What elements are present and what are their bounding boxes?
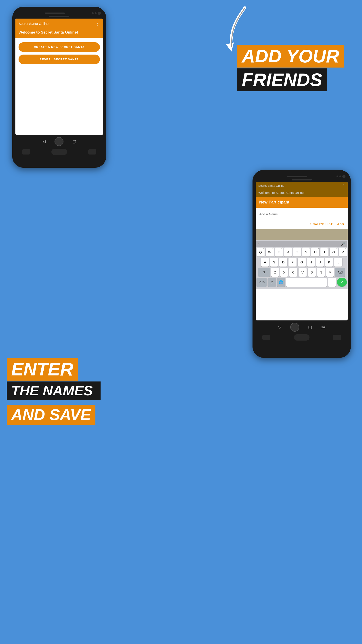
key-Z[interactable]: Z — [271, 268, 279, 276]
add-your-friends-callout: ADD YOUR FRIENDS — [237, 45, 349, 91]
key-Q[interactable]: Q1 — [257, 248, 265, 256]
add-your-block: ADD YOUR — [237, 45, 344, 68]
keyboard-toolbar: › 🎤 — [256, 241, 347, 247]
home-button[interactable] — [54, 137, 63, 146]
key-num-switch[interactable]: ?123 — [257, 278, 267, 287]
keyboard-row-2: A S D F G H J K L — [257, 258, 347, 266]
key-P[interactable]: P0 — [339, 248, 347, 256]
key-S[interactable]: S — [270, 258, 278, 266]
key-G[interactable]: G — [298, 258, 306, 266]
hw-btn-left — [22, 149, 30, 154]
keyboard-row-4: ?123 ☺ 🌐 . ✓ — [257, 278, 347, 287]
keyboard-chevron-icon[interactable]: › — [258, 242, 259, 246]
keyboard-row-1: Q1 W2 E3 R4 T5 Y6 U7 I8 O9 P0 — [257, 248, 347, 256]
reveal-secret-santa-button[interactable]: REVEAL SECRET SANTA — [18, 54, 100, 64]
phone2-keyboard-icon[interactable]: ⌨ — [321, 325, 325, 329]
add-name-input[interactable] — [259, 211, 344, 217]
enter-text: ENTER — [11, 359, 73, 379]
create-secret-santa-button[interactable]: CREATE A NEW SECRET SANTA — [18, 42, 100, 52]
phone1-app-title: Secret Santa Online — [18, 22, 48, 26]
phone2-hw-btn-right — [333, 335, 341, 340]
key-O[interactable]: O9 — [330, 248, 338, 256]
key-N[interactable]: N — [317, 268, 325, 276]
key-space[interactable] — [286, 278, 327, 287]
phone2-back-icon[interactable]: ▽ — [278, 325, 281, 330]
phone1-content: CREATE A NEW SECRET SANTA REVEAL SECRET … — [15, 38, 103, 71]
key-E[interactable]: E3 — [275, 248, 283, 256]
dialog-header: New Participant — [256, 197, 348, 208]
key-Y[interactable]: Y6 — [302, 248, 310, 256]
key-delete[interactable]: ⌫ — [335, 268, 345, 276]
hw-btn-right — [88, 149, 96, 154]
key-globe[interactable]: 🌐 — [277, 278, 285, 287]
key-I[interactable]: I8 — [321, 248, 329, 256]
keyboard-rows: Q1 W2 E3 R4 T5 Y6 U7 I8 O9 P0 A S — [256, 247, 347, 288]
phone2-bottom-nav: ▽ ▢ ⌨ — [256, 320, 348, 332]
friends-text: FRIENDS — [242, 70, 322, 90]
key-V[interactable]: V — [299, 268, 307, 276]
keyboard-row-3: ⇧ Z X C V B N M ⌫ — [257, 268, 347, 276]
enter-block: ENTER — [7, 358, 78, 380]
phone1-menu-icon[interactable]: ⋮ — [95, 21, 100, 26]
key-C[interactable]: C — [289, 268, 298, 276]
add-button[interactable]: ADD — [337, 222, 344, 226]
key-shift[interactable]: ⇧ — [258, 268, 270, 276]
key-period[interactable]: . — [328, 278, 336, 287]
screen-dim — [256, 229, 348, 240]
recents-icon[interactable]: ▢ — [72, 139, 76, 144]
phone1-screen: Secret Santa Online ⋮ Welcome to Secret … — [15, 18, 103, 135]
phone2-home-button[interactable] — [290, 323, 299, 332]
the-names-text: THE NAMES — [11, 383, 93, 398]
key-W[interactable]: W2 — [266, 248, 274, 256]
and-save-text: AND SAVE — [11, 406, 91, 424]
phone2-app-title: Secret Santa Online — [258, 184, 284, 188]
dialog-title: New Participant — [259, 200, 289, 204]
key-A[interactable]: A — [261, 258, 269, 266]
key-T[interactable]: T5 — [293, 248, 301, 256]
dialog-actions: FINALIZE LIST ADD — [256, 221, 348, 229]
phone2-app-bar: Secret Santa Online ⋮ — [256, 182, 348, 190]
phone1-speaker — [45, 12, 65, 14]
key-J[interactable]: J — [316, 258, 324, 266]
key-emoji[interactable]: ☺ — [268, 278, 276, 287]
and-save-block: AND SAVE — [7, 405, 95, 425]
key-B[interactable]: B — [308, 268, 316, 276]
keyboard[interactable]: › 🎤 Q1 W2 E3 R4 T5 Y6 U7 I8 O9 — [256, 240, 348, 289]
phone2-menu-icon[interactable]: ⋮ — [342, 184, 345, 188]
phone2-hw-btn-center — [294, 334, 310, 340]
dialog-input-area — [256, 208, 348, 221]
key-R[interactable]: R4 — [284, 248, 292, 256]
phone2-welcome: Welcome to Secret Santa Online! — [256, 190, 348, 197]
key-H[interactable]: H — [307, 258, 315, 266]
phone2-hardware-buttons — [256, 332, 348, 342]
key-enter[interactable]: ✓ — [337, 278, 347, 287]
key-F[interactable]: F — [289, 258, 297, 266]
phone2-hw-btn-left — [262, 335, 270, 340]
back-icon[interactable]: ◁ — [42, 139, 45, 144]
friends-block: FRIENDS — [237, 68, 327, 91]
phone1-bottom-nav: ◁ ▢ — [15, 135, 103, 147]
phone-2: Secret Santa Online ⋮ Welcome to Secret … — [253, 170, 351, 358]
add-your-text: ADD YOUR — [242, 46, 339, 66]
key-D[interactable]: D — [279, 258, 287, 266]
key-K[interactable]: K — [325, 258, 333, 266]
phone2-screen: Secret Santa Online ⋮ Welcome to Secret … — [256, 182, 348, 320]
enter-names-callout: ENTER THE NAMES AND SAVE — [7, 358, 100, 425]
key-M[interactable]: M — [326, 268, 334, 276]
new-participant-dialog: New Participant FINALIZE LIST ADD — [256, 197, 348, 229]
phone1-hardware-buttons — [15, 147, 103, 156]
key-L[interactable]: L — [334, 258, 342, 266]
finalize-list-button[interactable]: FINALIZE LIST — [310, 222, 333, 226]
key-X[interactable]: X — [280, 268, 288, 276]
the-names-block: THE NAMES — [7, 382, 100, 400]
phone1-welcome: Welcome to Secret Santa Online! — [15, 28, 103, 38]
key-U[interactable]: U7 — [311, 248, 319, 256]
phone2-recents-icon[interactable]: ▢ — [308, 325, 312, 330]
phone-1: Secret Santa Online ⋮ Welcome to Secret … — [12, 7, 106, 168]
hw-btn-center — [51, 149, 67, 155]
keyboard-mic-icon[interactable]: 🎤 — [341, 242, 345, 246]
arrow-callout-area: ADD YOUR FRIENDS — [237, 22, 349, 91]
phone1-app-bar: Secret Santa Online ⋮ — [15, 18, 103, 28]
